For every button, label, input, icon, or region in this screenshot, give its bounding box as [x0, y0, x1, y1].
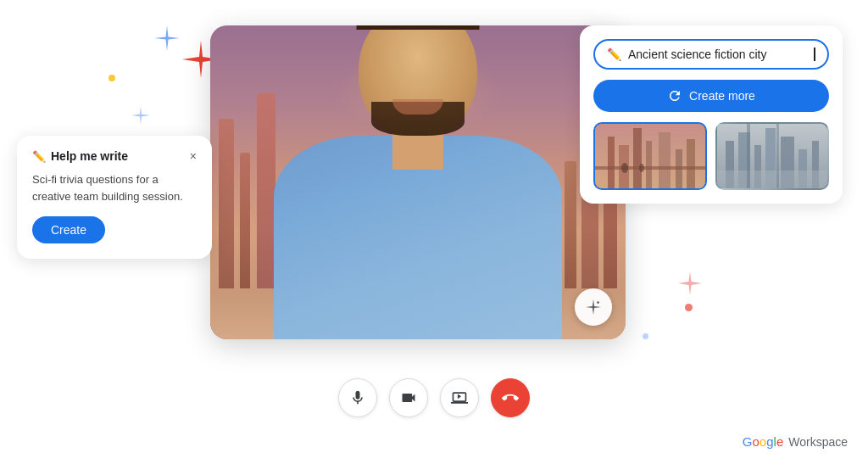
card-title: Help me write: [51, 149, 128, 163]
text-cursor: [814, 48, 815, 61]
present-icon: [451, 389, 468, 406]
svg-point-11: [639, 164, 644, 172]
svg-rect-2: [608, 137, 615, 190]
google-workspace-branding: Google Workspace: [743, 434, 848, 449]
svg-rect-4: [633, 128, 642, 190]
camera-button[interactable]: [389, 378, 428, 417]
magic-wand-icon: ✏️: [607, 48, 621, 61]
present-button[interactable]: [440, 378, 479, 417]
card-body-text: Sci-fi trivia questions for a creative t…: [32, 171, 197, 204]
google-logo-text: Google: [743, 434, 783, 449]
sparkle-pink-icon: [678, 271, 702, 295]
card-close-button[interactable]: ×: [190, 150, 197, 162]
svg-rect-20: [717, 171, 827, 190]
image-prompt-text: Ancient science fiction city: [628, 48, 807, 61]
wand-icon: ✏️: [32, 150, 46, 163]
dot-blue-decoration: [643, 333, 648, 339]
microphone-icon: [349, 389, 366, 406]
ai-effects-button[interactable]: [575, 288, 612, 326]
image-gen-card: ✏️ Ancient science fiction city Create m…: [580, 25, 843, 204]
svg-rect-8: [687, 139, 695, 190]
end-call-button[interactable]: [491, 378, 530, 417]
sparkle-lightblue-icon: [131, 106, 150, 125]
camera-icon: [400, 389, 417, 406]
image-prompt-input-row[interactable]: ✏️ Ancient science fiction city: [593, 39, 829, 70]
image-thumbnails-row: [593, 122, 829, 190]
help-write-card: ✏️ Help me write × Sci-fi trivia questio…: [17, 136, 212, 259]
svg-rect-9: [595, 166, 705, 170]
svg-rect-22: [776, 124, 779, 190]
svg-rect-6: [659, 132, 670, 190]
video-call-area: [210, 25, 626, 339]
microphone-button[interactable]: [338, 378, 377, 417]
svg-rect-5: [646, 141, 652, 190]
dot-red-decoration: [685, 304, 693, 311]
card-header: ✏️ Help me write ×: [32, 149, 197, 163]
create-button[interactable]: Create: [32, 216, 105, 243]
refresh-icon: [667, 88, 682, 103]
sparkle-blue-icon: [154, 25, 180, 51]
workspace-label: Workspace: [788, 435, 848, 449]
svg-rect-21: [747, 124, 750, 190]
create-more-button[interactable]: Create more: [593, 80, 829, 112]
svg-point-0: [597, 301, 599, 304]
thumbnail-1[interactable]: [593, 122, 707, 190]
card-title-row: ✏️ Help me write: [32, 149, 128, 163]
create-more-label: Create more: [689, 89, 755, 103]
person-in-video: [257, 42, 579, 339]
end-call-icon: [502, 389, 519, 406]
control-bar: [338, 378, 530, 417]
thumbnail-2[interactable]: [715, 122, 829, 190]
svg-point-10: [621, 163, 628, 173]
dot-yellow-decoration: [108, 75, 115, 81]
